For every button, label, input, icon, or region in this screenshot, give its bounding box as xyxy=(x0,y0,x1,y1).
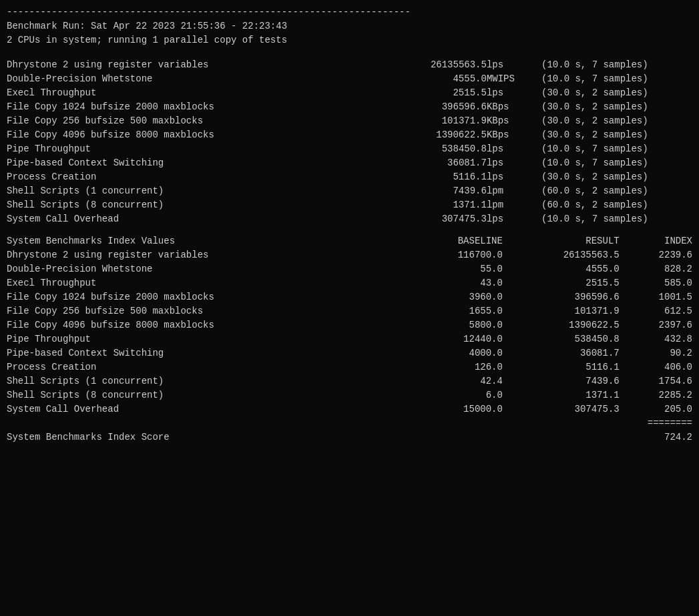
raw-result-row: Process Creation 5116.1 lps (30.0 s, 2 s… xyxy=(7,170,692,184)
index-data-row: Pipe Throughput 12440.0 538450.8 432.8 xyxy=(7,332,692,346)
index-baseline: 3960.0 xyxy=(386,290,503,304)
index-header-row: System Benchmarks Index Values BASELINE … xyxy=(7,234,692,248)
raw-value: 7439.6 xyxy=(384,184,487,198)
index-data-row: Process Creation 126.0 5116.1 406.0 xyxy=(7,360,692,374)
index-name: File Copy 1024 bufsize 2000 maxblocks xyxy=(7,290,386,304)
index-data-row: File Copy 1024 bufsize 2000 maxblocks 39… xyxy=(7,290,692,304)
raw-unit: lps xyxy=(487,212,541,226)
index-index: 406.0 xyxy=(620,360,692,374)
index-data-row: Pipe-based Context Switching 4000.0 3608… xyxy=(7,346,692,360)
raw-value: 2515.5 xyxy=(384,86,487,100)
index-name: Execl Throughput xyxy=(7,276,386,290)
raw-value: 1390622.5 xyxy=(384,128,487,142)
raw-value: 101371.9 xyxy=(384,114,487,128)
raw-unit: lpm xyxy=(487,198,541,212)
raw-info: (30.0 s, 2 samples) xyxy=(541,170,692,184)
index-baseline: 12440.0 xyxy=(386,332,503,346)
index-index: 2239.6 xyxy=(620,248,692,262)
index-section: System Benchmarks Index Values BASELINE … xyxy=(7,234,692,444)
index-result: 4555.0 xyxy=(503,262,620,276)
raw-result-row: Dhrystone 2 using register variables 261… xyxy=(7,58,692,72)
index-name: Dhrystone 2 using register variables xyxy=(7,248,386,262)
raw-info: (30.0 s, 2 samples) xyxy=(541,114,692,128)
equals-spacer xyxy=(7,416,620,430)
index-index: 205.0 xyxy=(620,402,692,416)
raw-value: 307475.3 xyxy=(384,212,487,226)
raw-info: (10.0 s, 7 samples) xyxy=(541,212,692,226)
index-baseline: 4000.0 xyxy=(386,346,503,360)
index-table: System Benchmarks Index Values BASELINE … xyxy=(7,234,692,444)
index-result: 538450.8 xyxy=(503,332,620,346)
raw-name: Double-Precision Whetstone xyxy=(7,72,384,86)
raw-results-table: Dhrystone 2 using register variables 261… xyxy=(7,58,692,226)
raw-unit: lps xyxy=(487,58,541,72)
index-data-row: File Copy 256 bufsize 500 maxblocks 1655… xyxy=(7,304,692,318)
index-col-index-header: INDEX xyxy=(620,234,692,248)
index-baseline: 1655.0 xyxy=(386,304,503,318)
index-index: 1001.5 xyxy=(620,290,692,304)
raw-result-row: Pipe Throughput 538450.8 lps (10.0 s, 7 … xyxy=(7,142,692,156)
index-result: 1371.1 xyxy=(503,388,620,402)
raw-result-row: Shell Scripts (8 concurrent) 1371.1 lpm … xyxy=(7,198,692,212)
raw-name: System Call Overhead xyxy=(7,212,384,226)
raw-unit: lps xyxy=(487,142,541,156)
index-baseline: 43.0 xyxy=(386,276,503,290)
header-line1: Benchmark Run: Sat Apr 22 2023 21:55:36 … xyxy=(7,19,692,33)
raw-result-row: Execl Throughput 2515.5 lps (30.0 s, 2 s… xyxy=(7,86,692,100)
raw-info: (60.0 s, 2 samples) xyxy=(541,198,692,212)
benchmark-header: Benchmark Run: Sat Apr 22 2023 21:55:36 … xyxy=(7,19,692,47)
raw-value: 538450.8 xyxy=(384,142,487,156)
raw-value: 5116.1 xyxy=(384,170,487,184)
raw-unit: KBps xyxy=(487,114,541,128)
index-name: Pipe-based Context Switching xyxy=(7,346,386,360)
raw-result-row: Shell Scripts (1 concurrent) 7439.6 lpm … xyxy=(7,184,692,198)
index-data-row: Double-Precision Whetstone 55.0 4555.0 8… xyxy=(7,262,692,276)
raw-info: (30.0 s, 2 samples) xyxy=(541,86,692,100)
terminal-output: ----------------------------------------… xyxy=(7,5,692,444)
index-name: Double-Precision Whetstone xyxy=(7,262,386,276)
index-col-baseline-header: BASELINE xyxy=(386,234,503,248)
raw-unit: lps xyxy=(487,156,541,170)
raw-unit: lps xyxy=(487,86,541,100)
index-result: 26135563.5 xyxy=(503,248,620,262)
index-name: Pipe Throughput xyxy=(7,332,386,346)
raw-name: Pipe Throughput xyxy=(7,142,384,156)
index-baseline: 42.4 xyxy=(386,374,503,388)
index-index: 90.2 xyxy=(620,346,692,360)
index-index: 585.0 xyxy=(620,276,692,290)
index-index: 2285.2 xyxy=(620,388,692,402)
raw-unit: KBps xyxy=(487,128,541,142)
index-index: 432.8 xyxy=(620,332,692,346)
index-data-row: Dhrystone 2 using register variables 116… xyxy=(7,248,692,262)
raw-info: (30.0 s, 2 samples) xyxy=(541,128,692,142)
raw-info: (10.0 s, 7 samples) xyxy=(541,142,692,156)
index-data-row: Shell Scripts (1 concurrent) 42.4 7439.6… xyxy=(7,374,692,388)
index-data-row: Execl Throughput 43.0 2515.5 585.0 xyxy=(7,276,692,290)
index-name: Shell Scripts (8 concurrent) xyxy=(7,388,386,402)
index-baseline: 6.0 xyxy=(386,388,503,402)
raw-info: (10.0 s, 7 samples) xyxy=(541,72,692,86)
score-label: System Benchmarks Index Score xyxy=(7,430,620,444)
index-baseline: 126.0 xyxy=(386,360,503,374)
raw-result-row: System Call Overhead 307475.3 lps (10.0 … xyxy=(7,212,692,226)
raw-results-section: Dhrystone 2 using register variables 261… xyxy=(7,58,692,226)
raw-value: 36081.7 xyxy=(384,156,487,170)
index-result: 1390622.5 xyxy=(503,318,620,332)
raw-value: 4555.0 xyxy=(384,72,487,86)
raw-name: Shell Scripts (1 concurrent) xyxy=(7,184,384,198)
index-index: 2397.6 xyxy=(620,318,692,332)
raw-unit: lpm xyxy=(487,184,541,198)
raw-unit: MWIPS xyxy=(487,72,541,86)
index-baseline: 15000.0 xyxy=(386,402,503,416)
raw-value: 1371.1 xyxy=(384,198,487,212)
index-name: File Copy 256 bufsize 500 maxblocks xyxy=(7,304,386,318)
index-result: 5116.1 xyxy=(503,360,620,374)
raw-info: (60.0 s, 2 samples) xyxy=(541,184,692,198)
score-value: 724.2 xyxy=(620,430,692,444)
index-baseline: 116700.0 xyxy=(386,248,503,262)
index-result: 7439.6 xyxy=(503,374,620,388)
index-col-name-header: System Benchmarks Index Values xyxy=(7,234,386,248)
index-baseline: 55.0 xyxy=(386,262,503,276)
raw-result-row: File Copy 4096 bufsize 8000 maxblocks 13… xyxy=(7,128,692,142)
raw-unit: lps xyxy=(487,170,541,184)
